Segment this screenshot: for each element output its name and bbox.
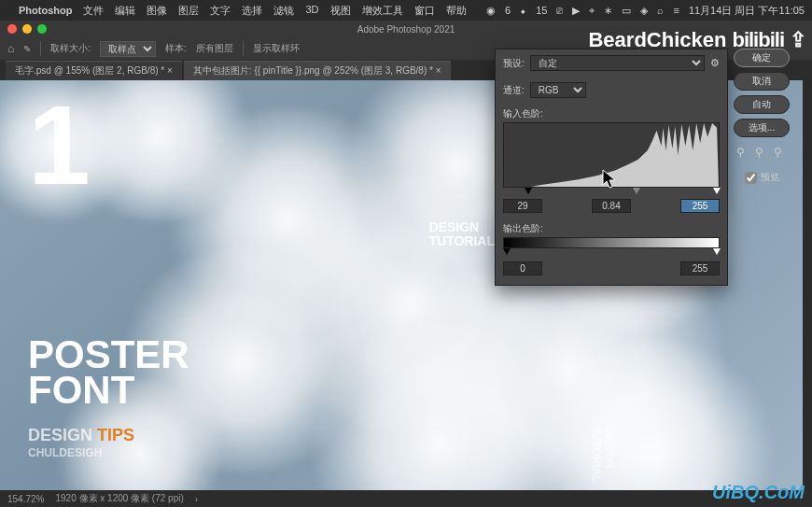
bluetooth-icon[interactable]: ∗ <box>604 5 612 17</box>
brand-name: BeardChicken <box>588 28 726 52</box>
home-icon[interactable]: ⌂ <box>7 42 14 55</box>
menu-view[interactable]: 视图 <box>330 4 351 18</box>
preset-label: 预设: <box>503 57 525 70</box>
menu-help[interactable]: 帮助 <box>446 4 467 18</box>
tab-1-label: 毛字.psd @ 155% (图层 2, RGB/8) * <box>15 65 164 76</box>
menu-image[interactable]: 图像 <box>147 4 167 18</box>
eyedropper-gray-icon[interactable]: ⚲ <box>755 146 768 159</box>
status-bar: 154.72% 1920 像素 x 1200 像素 (72 ppi) › <box>0 490 812 507</box>
output-slider[interactable] <box>503 248 720 256</box>
output-gradient[interactable] <box>503 237 720 248</box>
show-ring-label: 显示取样环 <box>253 42 300 55</box>
menu-3d[interactable]: 3D <box>305 4 318 18</box>
tab-1[interactable]: 毛字.psd @ 155% (图层 2, RGB/8) * × <box>6 61 182 80</box>
status-num-2: 15 <box>536 5 547 16</box>
input-black[interactable] <box>503 199 542 213</box>
chevron-right-icon[interactable]: › <box>195 494 198 504</box>
channel-dropdown[interactable]: RGB <box>530 82 586 98</box>
menu-filter[interactable]: 滤镜 <box>273 4 294 18</box>
poster-text: POSTER FONT <box>28 337 189 408</box>
channel-row: 通道: RGB <box>496 77 727 104</box>
maximize-window-icon[interactable] <box>37 24 47 34</box>
output-values <box>503 261 720 275</box>
bell-icon[interactable]: ⬥ <box>520 5 526 16</box>
menubar-right: ◉ 6 ⬥ 15 ⎚ ▶ ⌖ ∗ ▭ ◈ ⌕ ≡ 11月14日 周日 下午11:… <box>486 4 805 18</box>
separator <box>40 41 41 56</box>
output-black[interactable] <box>503 261 542 275</box>
white-point-slider[interactable] <box>713 188 721 194</box>
tab-2[interactable]: 其中包括图片: {{ pinTitle }}.png @ 252% (图层 3,… <box>184 61 451 80</box>
overlay-brand: BeardChicken bilibili ⇪ <box>588 28 806 52</box>
input-white[interactable] <box>680 199 720 213</box>
menu-select[interactable]: 选择 <box>242 4 262 18</box>
design-tutorial-vertical: DESIGN TUTORIAL <box>590 426 616 482</box>
tips-text: DESIGN TIPS <box>28 426 134 445</box>
tool-icon[interactable]: ✎ <box>23 44 31 54</box>
menu-plugins[interactable]: 增效工具 <box>362 4 403 18</box>
status-num-1: 6 <box>505 5 511 16</box>
menu-type[interactable]: 文字 <box>210 4 231 18</box>
input-levels-label: 输入色阶: <box>496 104 727 122</box>
music-icon[interactable]: ▶ <box>572 5 580 17</box>
control-center-icon[interactable]: ≡ <box>673 5 679 16</box>
search-icon[interactable]: ⌕ <box>657 5 664 16</box>
out-white-slider[interactable] <box>713 248 721 255</box>
panel-buttons: 确定 取消 自动 选项... ⚲ ⚲ ⚲ 预览 <box>734 49 790 184</box>
bt-icon[interactable]: ⌖ <box>589 5 595 17</box>
wifi-icon[interactable]: ◈ <box>640 5 648 17</box>
levels-panel: 预设: 自定 ⚙ 通道: RGB 输入色阶: 输出色阶: <box>495 49 728 286</box>
watermark: UiBQ.CoM <box>712 482 805 503</box>
out-black-slider[interactable] <box>503 248 511 255</box>
poster-line2: FONT <box>28 373 189 408</box>
design-tutorial-right: DESIGN TUTORIAL <box>428 220 495 249</box>
gear-icon[interactable]: ⚙ <box>710 57 720 69</box>
input-gamma[interactable] <box>592 199 631 213</box>
eyedropper-white-icon[interactable]: ⚲ <box>774 146 787 159</box>
minimize-window-icon[interactable] <box>22 24 32 34</box>
traffic-lights <box>7 24 47 34</box>
app-name[interactable]: Photoshop <box>19 5 72 16</box>
battery-icon[interactable]: ▭ <box>622 5 631 17</box>
eyedropper-row: ⚲ ⚲ ⚲ <box>734 146 790 159</box>
macos-menubar: Photoshop 文件 编辑 图像 图层 文字 选择 滤镜 3D 视图 增效工… <box>0 0 812 21</box>
menu-window[interactable]: 窗口 <box>414 4 435 18</box>
app-menu: 文件 编辑 图像 图层 文字 选择 滤镜 3D 视图 增效工具 窗口 帮助 <box>83 4 466 18</box>
window-title: Adobe Photoshop 2021 <box>357 24 455 35</box>
big-number: 1 <box>28 80 91 209</box>
share-icon: ⇪ <box>790 28 806 52</box>
output-white[interactable] <box>680 261 720 275</box>
close-tab-icon[interactable]: × <box>167 65 173 76</box>
close-tab-icon[interactable]: × <box>436 65 441 76</box>
output-levels-label: 输出色阶: <box>496 218 727 237</box>
preset-row: 预设: 自定 ⚙ <box>496 49 727 77</box>
close-window-icon[interactable] <box>7 24 17 34</box>
menu-edit[interactable]: 编辑 <box>115 4 135 18</box>
doc-info[interactable]: 1920 像素 x 1200 像素 (72 ppi) <box>55 492 183 505</box>
channel-label: 通道: <box>503 84 525 97</box>
screen-icon[interactable]: ⎚ <box>556 5 563 16</box>
sample-label: 样本: <box>165 42 187 55</box>
preview-checkbox[interactable] <box>745 172 757 184</box>
auto-button[interactable]: 自动 <box>734 95 790 114</box>
preset-dropdown[interactable]: 自定 <box>530 55 705 71</box>
sample-layers: 所有图层 <box>196 42 233 55</box>
histogram[interactable] <box>503 122 720 188</box>
preview-checkbox-row[interactable]: 预览 <box>734 171 790 184</box>
input-slider[interactable] <box>503 188 720 195</box>
black-point-slider[interactable] <box>525 188 532 194</box>
options-button[interactable]: 选项... <box>734 119 790 137</box>
preview-label: 预览 <box>761 171 779 184</box>
sample-size-dropdown[interactable]: 取样点 <box>100 41 156 57</box>
design-word: DESIGN <box>28 426 92 444</box>
menu-layer[interactable]: 图层 <box>178 4 199 18</box>
input-values <box>503 199 720 213</box>
clock[interactable]: 11月14日 周日 下午11:05 <box>689 4 805 18</box>
eyedropper-black-icon[interactable]: ⚲ <box>736 146 749 159</box>
cloud-icon[interactable]: ◉ <box>486 5 496 17</box>
zoom-level[interactable]: 154.72% <box>7 494 44 504</box>
tips-word: TIPS <box>97 426 134 444</box>
cancel-button[interactable]: 取消 <box>734 72 790 91</box>
gamma-slider[interactable] <box>633 188 640 194</box>
menu-file[interactable]: 文件 <box>83 4 104 18</box>
bilibili-logo: bilibili <box>732 28 784 52</box>
